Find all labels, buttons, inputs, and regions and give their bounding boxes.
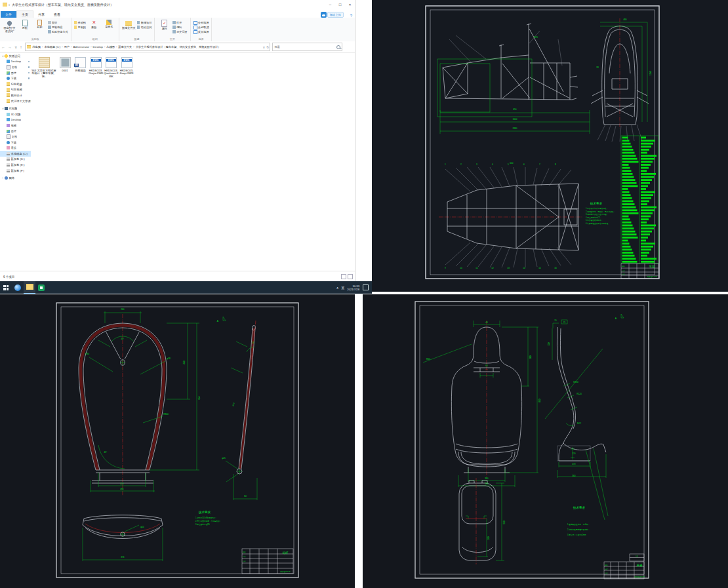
cloud-sync-badge[interactable]: 极速上传 (321, 12, 344, 18)
sidebar-item[interactable]: 稿定设计 (0, 92, 31, 98)
item-icon (7, 65, 10, 69)
file-item[interactable]: 0001 (58, 57, 73, 79)
sidebar-item[interactable]: 3D 对象 (0, 111, 31, 117)
taskbar-explorer-button[interactable] (24, 281, 35, 294)
breadcrumb-segment[interactable]: 用户 (60, 45, 70, 49)
history-button[interactable]: 历史记录 (172, 29, 187, 34)
sidebar-item[interactable]: Desktop (0, 59, 31, 65)
sidebar-item[interactable]: Desktop (0, 117, 31, 123)
edit-button[interactable]: 编辑 (172, 25, 187, 29)
item-icon (7, 152, 10, 155)
file-item[interactable]: DWG HKDSC03-Chejia-XWK (89, 57, 104, 79)
search-box[interactable] (272, 43, 342, 51)
copy-path-button[interactable]: 复制路径 (48, 25, 68, 29)
item-icon (7, 88, 10, 92)
quick-access-toolbar[interactable]: ▾ (9, 3, 10, 7)
breadcrumb-segment[interactable]: Desktop (89, 45, 103, 49)
svg-text:103°: 103° (577, 422, 582, 425)
svg-text:620: 620 (510, 162, 514, 165)
refresh-button[interactable]: ↻ (266, 45, 269, 49)
breadcrumb-segment[interactable]: 九精图 (103, 45, 115, 49)
breadcrumb-segment[interactable]: 本地磁盘 (C:) (41, 45, 60, 49)
history-dropdown[interactable]: ∨ (14, 45, 17, 49)
language-indicator[interactable]: 英 (341, 286, 344, 290)
sidebar-item[interactable]: 文档 (0, 134, 31, 140)
file-icon (60, 57, 71, 68)
close-button[interactable]: × (345, 1, 355, 9)
cloud-icon (321, 12, 327, 18)
sidebar-item[interactable]: 本地磁盘 (C:) (0, 151, 31, 157)
svg-text:1.座椅表面应光滑，无毛刺；: 1.座椅表面应光滑，无毛刺； (567, 523, 590, 526)
minimize-button[interactable]: – (325, 1, 335, 9)
sidebar-item[interactable]: 纪念相册 (0, 81, 31, 87)
tab-share[interactable]: 共享 (33, 11, 49, 18)
easy-access-button[interactable]: 轻松访问 (137, 25, 152, 29)
sidebar-item[interactable]: 新加卷 (F:) (0, 168, 31, 174)
breadcrumb[interactable]: 此电脑本地磁盘 (C:)用户AdministratorDesktop九精图新建文… (25, 43, 270, 51)
back-button[interactable]: ← (1, 45, 5, 49)
cut-button[interactable]: 剪切 (48, 20, 68, 25)
clock[interactable]: 10:33 2021/7/28 (347, 284, 359, 291)
tab-view[interactable]: 查看 (49, 11, 65, 18)
tab-file[interactable]: 文件 (1, 11, 16, 18)
tab-home[interactable]: 主页 (16, 10, 33, 18)
new-folder-button[interactable]: 新建文件夹 (122, 20, 136, 30)
file-type-badge: W (74, 64, 79, 67)
paste-shortcut-button[interactable]: 粘贴快捷方式 (48, 29, 68, 34)
select-all-button[interactable]: 全部选择 (193, 20, 209, 25)
sidebar-section-this-pc[interactable]: ∨ 此电脑 (0, 106, 31, 111)
hoop-side-view (226, 321, 257, 500)
paste-button[interactable]: 粘贴 (33, 20, 47, 29)
move-to-button[interactable]: 移动到 (74, 20, 86, 25)
refresh-icon[interactable]: ∨ (263, 45, 266, 49)
start-button[interactable] (0, 281, 12, 294)
sidebar-item[interactable]: 图片 (0, 128, 31, 134)
select-none-button[interactable]: 全部取消 (193, 25, 209, 29)
sidebar-section-quick-access[interactable]: ∨ 快速访问 (0, 53, 31, 59)
taskbar-app-button[interactable] (35, 281, 47, 294)
file-type-badge: DWG (91, 59, 101, 62)
sidebar-item[interactable]: 图片 (0, 70, 31, 76)
copy-to-button[interactable]: 复制到 (74, 25, 86, 29)
forward-button[interactable]: → (8, 45, 12, 49)
tray-chevron-icon[interactable]: ∧ (336, 286, 339, 290)
breadcrumb-segment[interactable]: Administrator (70, 45, 89, 49)
invert-selection-button[interactable]: 反向选择 (193, 29, 209, 34)
sidebar-item[interactable]: 文档 (0, 64, 31, 70)
thumbnails-view-icon[interactable] (348, 274, 353, 279)
sidebar-item[interactable]: 视频 (0, 123, 31, 128)
file-item[interactable]: W 开题报告 (73, 57, 88, 79)
taskbar-browser-button[interactable] (12, 281, 24, 294)
sidebar-item-network[interactable]: › 网络 (0, 175, 31, 181)
delete-button[interactable]: × 删除 (87, 20, 101, 29)
new-item-button[interactable]: 新建项目 (137, 20, 152, 25)
breadcrumb-segment[interactable]: 此电脑 (32, 45, 41, 49)
sidebar-item[interactable]: 新加卷 (D:) (0, 157, 31, 163)
sidebar-item[interactable]: 新加卷 (E:) (0, 162, 31, 168)
up-button[interactable]: ↑ (20, 45, 22, 49)
copy-button[interactable]: 复制 (18, 20, 31, 30)
sidebar-item[interactable]: 音乐 (0, 146, 31, 151)
svg-text:40°: 40° (121, 338, 125, 340)
file-item[interactable]: DWG HKDSC03-Zuoyi-XWK (119, 57, 134, 79)
sidebar-item[interactable]: 武汉理工大学课程 (0, 98, 31, 104)
open-button[interactable]: 打开 (172, 20, 187, 25)
sidebar-item[interactable]: 下载 (0, 140, 31, 146)
sidebar-item[interactable]: 下载 (0, 75, 31, 81)
maximize-button[interactable]: □ (335, 1, 345, 9)
rename-button[interactable]: 重命名 (102, 20, 116, 29)
breadcrumb-segment[interactable]: 大学生方程式赛车设计（整车车架、转向安全系统、座椅及附件设计） (132, 45, 220, 49)
details-view-icon[interactable] (341, 274, 346, 279)
svg-text:620: 620 (232, 402, 235, 406)
search-input[interactable] (273, 45, 334, 49)
group-label-new: 新建 (119, 37, 154, 41)
file-item[interactable]: DWG HKDSC03-Qianhuan-XWK (104, 57, 119, 79)
file-item[interactable]: 564 大学生方程式赛车设计（整车车架、转.. (31, 57, 57, 79)
action-center-icon[interactable] (363, 284, 369, 290)
sidebar-item[interactable]: 纪念视频 (0, 87, 31, 93)
svg-text:1350: 1350 (649, 71, 652, 75)
group-label-select: 选择 (191, 37, 212, 41)
breadcrumb-segment[interactable]: 新建文件夹 (115, 45, 132, 49)
properties-button[interactable]: ✓ 属性 (157, 20, 171, 31)
pin-to-quick-access-button[interactable]: 固定到"快速访问" (3, 20, 16, 33)
